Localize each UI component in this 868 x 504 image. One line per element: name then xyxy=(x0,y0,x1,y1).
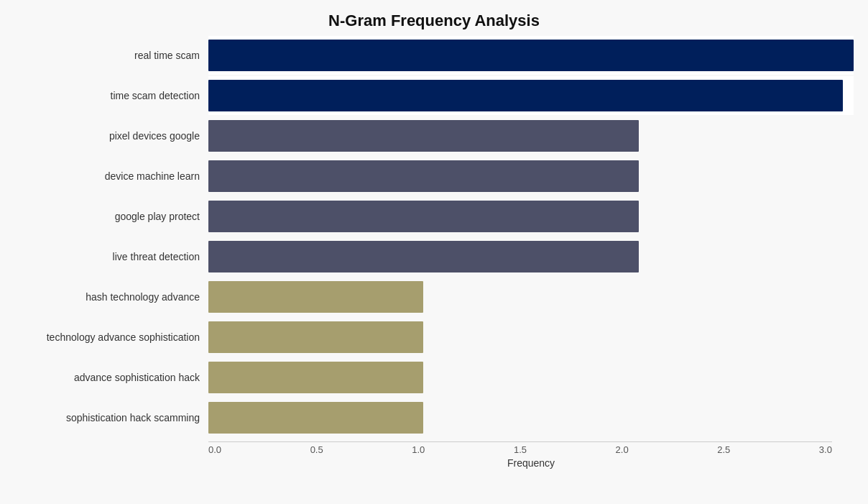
chart-title: N-Gram Frequency Analysis xyxy=(14,7,854,30)
bar-fill xyxy=(208,281,423,313)
bar-fill xyxy=(208,402,423,434)
x-axis-line xyxy=(208,441,832,442)
bar-track xyxy=(208,278,854,316)
bar-row: sophistication hack scamming xyxy=(14,398,854,437)
bar-fill xyxy=(208,160,639,192)
bar-row: time scam detection xyxy=(14,76,854,115)
bar-track xyxy=(208,398,854,437)
x-tick: 1.5 xyxy=(514,444,527,455)
bar-row: real time scam xyxy=(14,36,854,75)
bar-row: technology advance sophistication xyxy=(14,318,854,357)
bar-label: advance sophistication hack xyxy=(14,372,208,383)
bar-label: sophistication hack scamming xyxy=(14,412,208,423)
bar-track xyxy=(208,76,854,115)
bar-label: device machine learn xyxy=(14,170,208,182)
x-tick: 2.5 xyxy=(717,444,730,455)
bar-label: live threat detection xyxy=(14,251,208,262)
bar-row: advance sophistication hack xyxy=(14,358,854,397)
x-axis-label: Frequency xyxy=(208,457,854,469)
bar-track xyxy=(208,237,854,276)
bars-section: real time scamtime scam detectionpixel d… xyxy=(14,36,854,439)
bar-fill xyxy=(208,201,639,232)
bar-fill xyxy=(208,80,843,111)
bar-track xyxy=(208,318,854,357)
bar-track xyxy=(208,157,854,196)
bar-label: pixel devices google xyxy=(14,130,208,142)
bar-fill xyxy=(208,120,639,152)
bar-row: live threat detection xyxy=(14,237,854,276)
bar-row: device machine learn xyxy=(14,157,854,196)
x-tick: 0.0 xyxy=(208,444,221,455)
bar-label: hash technology advance xyxy=(14,291,208,303)
bar-track xyxy=(208,197,854,236)
chart-container: N-Gram Frequency Analysis real time scam… xyxy=(0,0,868,504)
x-tick: 2.0 xyxy=(616,444,629,455)
bar-row: pixel devices google xyxy=(14,116,854,155)
bar-row: google play protect xyxy=(14,197,854,236)
bar-label: google play protect xyxy=(14,211,208,222)
bar-label: real time scam xyxy=(14,50,208,61)
bar-label: time scam detection xyxy=(14,90,208,101)
bar-track xyxy=(208,358,854,397)
x-tick: 3.0 xyxy=(819,444,832,455)
x-tick: 1.0 xyxy=(412,444,425,455)
bar-fill xyxy=(208,362,423,393)
chart-area: real time scamtime scam detectionpixel d… xyxy=(14,36,854,453)
bar-fill xyxy=(208,241,639,272)
x-tick: 0.5 xyxy=(310,444,323,455)
bar-track xyxy=(208,116,854,155)
x-ticks: 0.00.51.01.52.02.53.0 xyxy=(208,444,832,455)
bar-label: technology advance sophistication xyxy=(14,331,208,343)
bar-fill xyxy=(208,40,854,71)
bar-row: hash technology advance xyxy=(14,278,854,316)
bar-track xyxy=(208,36,854,75)
bar-fill xyxy=(208,321,423,353)
